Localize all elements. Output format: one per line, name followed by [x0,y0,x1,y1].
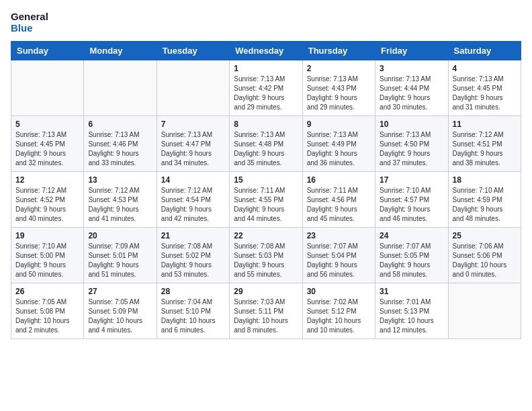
logo-general: General [11,11,48,22]
weekday-header-monday: Monday [84,41,157,60]
logo-text-block: General Blue [11,11,48,34]
week-row-2: 5Sunrise: 7:13 AM Sunset: 4:45 PM Daylig… [11,116,521,171]
weekday-header-saturday: Saturday [448,41,521,60]
header: General Blue [11,11,521,34]
day-number: 19 [15,231,79,240]
day-info: Sunrise: 7:12 AM Sunset: 4:51 PM Dayligh… [453,130,517,168]
day-info: Sunrise: 7:13 AM Sunset: 4:50 PM Dayligh… [380,130,443,168]
day-number: 15 [234,175,298,185]
day-number: 7 [161,120,225,129]
day-info: Sunrise: 7:12 AM Sunset: 4:52 PM Dayligh… [15,186,79,224]
calendar-cell: 28Sunrise: 7:04 AM Sunset: 5:10 PM Dayli… [157,283,229,338]
calendar-cell: 20Sunrise: 7:09 AM Sunset: 5:01 PM Dayli… [84,227,157,283]
calendar-cell: 22Sunrise: 7:08 AM Sunset: 5:03 PM Dayli… [230,227,302,283]
calendar-cell: 25Sunrise: 7:06 AM Sunset: 5:06 PM Dayli… [448,227,521,283]
calendar-cell: 31Sunrise: 7:01 AM Sunset: 5:13 PM Dayli… [375,283,448,338]
logo-blue: Blue [11,22,48,34]
week-row-3: 12Sunrise: 7:12 AM Sunset: 4:52 PM Dayli… [11,171,521,227]
day-number: 10 [380,120,443,129]
day-number: 27 [88,287,152,296]
day-info: Sunrise: 7:13 AM Sunset: 4:44 PM Dayligh… [380,75,443,112]
day-number: 24 [380,231,443,240]
day-number: 14 [161,175,225,185]
calendar-cell: 17Sunrise: 7:10 AM Sunset: 4:57 PM Dayli… [375,171,448,227]
day-info: Sunrise: 7:13 AM Sunset: 4:46 PM Dayligh… [88,130,152,168]
day-info: Sunrise: 7:03 AM Sunset: 5:11 PM Dayligh… [234,298,298,335]
calendar-cell: 15Sunrise: 7:11 AM Sunset: 4:55 PM Dayli… [230,171,302,227]
day-number: 21 [161,231,225,240]
calendar-cell: 24Sunrise: 7:07 AM Sunset: 5:05 PM Dayli… [375,227,448,283]
day-info: Sunrise: 7:11 AM Sunset: 4:56 PM Dayligh… [307,186,371,224]
calendar-cell: 7Sunrise: 7:13 AM Sunset: 4:47 PM Daylig… [157,116,229,171]
day-number: 5 [15,120,79,129]
day-info: Sunrise: 7:10 AM Sunset: 4:59 PM Dayligh… [453,186,517,224]
day-number: 1 [234,64,298,73]
day-info: Sunrise: 7:12 AM Sunset: 4:53 PM Dayligh… [88,186,152,224]
calendar-cell: 2Sunrise: 7:13 AM Sunset: 4:43 PM Daylig… [302,60,375,116]
week-row-1: 1Sunrise: 7:13 AM Sunset: 4:42 PM Daylig… [11,60,521,116]
calendar-cell: 23Sunrise: 7:07 AM Sunset: 5:04 PM Dayli… [302,227,375,283]
day-info: Sunrise: 7:11 AM Sunset: 4:55 PM Dayligh… [234,186,298,224]
calendar-cell: 27Sunrise: 7:05 AM Sunset: 5:09 PM Dayli… [84,283,157,338]
day-number: 17 [380,175,443,185]
calendar-cell: 13Sunrise: 7:12 AM Sunset: 4:53 PM Dayli… [84,171,157,227]
day-number: 20 [88,231,152,240]
calendar-cell: 8Sunrise: 7:13 AM Sunset: 4:48 PM Daylig… [230,116,302,171]
day-info: Sunrise: 7:13 AM Sunset: 4:47 PM Dayligh… [161,130,225,168]
day-number: 18 [453,175,517,185]
day-info: Sunrise: 7:04 AM Sunset: 5:10 PM Dayligh… [161,298,225,335]
calendar-cell: 12Sunrise: 7:12 AM Sunset: 4:52 PM Dayli… [11,171,84,227]
day-info: Sunrise: 7:13 AM Sunset: 4:42 PM Dayligh… [234,75,298,112]
day-info: Sunrise: 7:13 AM Sunset: 4:48 PM Dayligh… [234,130,298,168]
calendar-cell: 21Sunrise: 7:08 AM Sunset: 5:02 PM Dayli… [157,227,229,283]
calendar-cell: 16Sunrise: 7:11 AM Sunset: 4:56 PM Dayli… [302,171,375,227]
day-number: 13 [88,175,152,185]
day-info: Sunrise: 7:02 AM Sunset: 5:12 PM Dayligh… [307,298,371,335]
day-number: 16 [307,175,371,185]
calendar-cell: 18Sunrise: 7:10 AM Sunset: 4:59 PM Dayli… [448,171,521,227]
day-number: 9 [307,120,371,129]
weekday-header-row: SundayMondayTuesdayWednesdayThursdayFrid… [11,41,521,60]
calendar-cell: 11Sunrise: 7:12 AM Sunset: 4:51 PM Dayli… [448,116,521,171]
day-info: Sunrise: 7:01 AM Sunset: 5:13 PM Dayligh… [380,298,443,335]
calendar-cell: 19Sunrise: 7:10 AM Sunset: 5:00 PM Dayli… [11,227,84,283]
calendar-cell: 29Sunrise: 7:03 AM Sunset: 5:11 PM Dayli… [230,283,302,338]
day-number: 3 [380,64,443,73]
day-number: 6 [88,120,152,129]
calendar-cell [157,60,229,116]
weekday-header-sunday: Sunday [11,41,84,60]
day-number: 11 [453,120,517,129]
calendar-cell: 4Sunrise: 7:13 AM Sunset: 4:45 PM Daylig… [448,60,521,116]
calendar-cell [84,60,157,116]
calendar-cell: 6Sunrise: 7:13 AM Sunset: 4:46 PM Daylig… [84,116,157,171]
calendar-cell: 14Sunrise: 7:12 AM Sunset: 4:54 PM Dayli… [157,171,229,227]
calendar-cell: 10Sunrise: 7:13 AM Sunset: 4:50 PM Dayli… [375,116,448,171]
calendar-cell: 9Sunrise: 7:13 AM Sunset: 4:49 PM Daylig… [302,116,375,171]
day-number: 25 [453,231,517,240]
day-info: Sunrise: 7:13 AM Sunset: 4:45 PM Dayligh… [15,130,79,168]
logo: General Blue [11,11,48,34]
day-info: Sunrise: 7:13 AM Sunset: 4:43 PM Dayligh… [307,75,371,112]
calendar-cell [11,60,84,116]
day-number: 30 [307,287,371,296]
day-number: 22 [234,231,298,240]
weekday-header-thursday: Thursday [302,41,375,60]
day-number: 12 [15,175,79,185]
calendar-cell: 1Sunrise: 7:13 AM Sunset: 4:42 PM Daylig… [230,60,302,116]
logo-container: General Blue [11,11,48,34]
day-number: 2 [307,64,371,73]
day-number: 31 [380,287,443,296]
calendar-cell: 30Sunrise: 7:02 AM Sunset: 5:12 PM Dayli… [302,283,375,338]
weekday-header-friday: Friday [375,41,448,60]
calendar-cell [448,283,521,338]
weekday-header-wednesday: Wednesday [230,41,302,60]
day-info: Sunrise: 7:13 AM Sunset: 4:45 PM Dayligh… [453,75,517,112]
calendar-cell: 5Sunrise: 7:13 AM Sunset: 4:45 PM Daylig… [11,116,84,171]
calendar-table: SundayMondayTuesdayWednesdayThursdayFrid… [11,41,521,339]
day-info: Sunrise: 7:12 AM Sunset: 4:54 PM Dayligh… [161,186,225,224]
calendar-cell: 26Sunrise: 7:05 AM Sunset: 5:08 PM Dayli… [11,283,84,338]
day-number: 8 [234,120,298,129]
day-info: Sunrise: 7:09 AM Sunset: 5:01 PM Dayligh… [88,242,152,279]
day-info: Sunrise: 7:10 AM Sunset: 5:00 PM Dayligh… [15,242,79,279]
day-info: Sunrise: 7:06 AM Sunset: 5:06 PM Dayligh… [453,242,517,279]
